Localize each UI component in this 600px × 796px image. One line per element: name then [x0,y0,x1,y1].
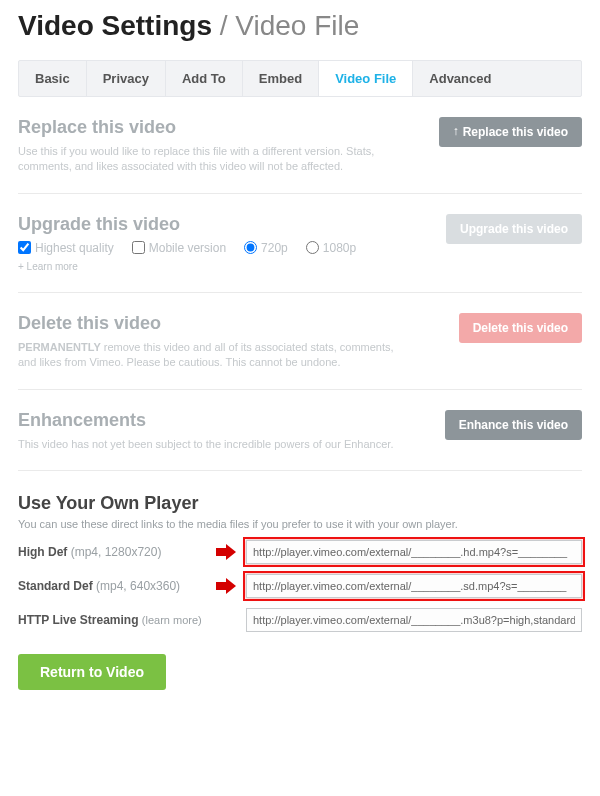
own-player-desc: You can use these direct links to the me… [18,518,582,530]
section-upgrade: Upgrade this video Highest quality Mobil… [18,194,582,293]
tab-basic[interactable]: Basic [19,61,87,96]
delete-desc: PERMANENTLY remove this video and all of… [18,340,398,371]
section-own-player: Use Your Own Player You can use these di… [18,471,582,632]
label-standard-def: Standard Def (mp4, 640x360) [18,579,208,593]
delete-heading: Delete this video [18,313,443,334]
tab-advanced[interactable]: Advanced [413,61,507,96]
upgrade-options: Highest quality Mobile version 720p 1080… [18,241,430,255]
input-hls-url[interactable] [246,608,582,632]
section-enhance: Enhancements This video has not yet been… [18,390,582,471]
section-delete: Delete this video PERMANENTLY remove thi… [18,293,582,390]
delete-perm: PERMANENTLY [18,341,101,353]
hls-learn-more[interactable]: (learn more) [142,614,202,626]
opt-1080p[interactable]: 1080p [306,241,356,255]
radio-720p[interactable] [244,241,257,254]
page-title-sub: Video File [235,10,359,41]
opt-highest[interactable]: Highest quality [18,241,114,255]
arrow-icon [216,544,238,560]
checkbox-highest[interactable] [18,241,31,254]
page-title-separator: / [220,10,228,41]
tab-privacy[interactable]: Privacy [87,61,166,96]
upgrade-button[interactable]: Upgrade this video [446,214,582,244]
own-player-heading: Use Your Own Player [18,493,582,514]
tab-addto[interactable]: Add To [166,61,243,96]
opt-720p[interactable]: 720p [244,241,288,255]
replace-button-label: Replace this video [463,125,568,139]
enhance-desc: This video has not yet been subject to t… [18,437,398,452]
replace-button[interactable]: ↑Replace this video [439,117,582,147]
label-hls: HTTP Live Streaming (learn more) [18,613,208,627]
input-high-def-url[interactable] [246,540,582,564]
tab-video-file[interactable]: Video File [319,61,413,96]
radio-1080p[interactable] [306,241,319,254]
row-hls: HTTP Live Streaming (learn more) [18,608,582,632]
tab-embed[interactable]: Embed [243,61,319,96]
enhance-heading: Enhancements [18,410,429,431]
input-standard-def-url[interactable] [246,574,582,598]
row-standard-def: Standard Def (mp4, 640x360) [18,574,582,598]
replace-desc: Use this if you would like to replace th… [18,144,398,175]
page-title: Video Settings / Video File [18,10,582,42]
checkbox-mobile[interactable] [132,241,145,254]
replace-heading: Replace this video [18,117,423,138]
return-button[interactable]: Return to Video [18,654,166,690]
opt-mobile[interactable]: Mobile version [132,241,226,255]
upgrade-heading: Upgrade this video [18,214,430,235]
arrow-icon [216,578,238,594]
row-high-def: High Def (mp4, 1280x720) [18,540,582,564]
label-high-def: High Def (mp4, 1280x720) [18,545,208,559]
section-replace: Replace this video Use this if you would… [18,97,582,194]
upload-icon: ↑ [453,124,459,138]
settings-tabs: Basic Privacy Add To Embed Video File Ad… [18,60,582,97]
enhance-button[interactable]: Enhance this video [445,410,582,440]
page-title-main: Video Settings [18,10,212,41]
delete-button[interactable]: Delete this video [459,313,582,343]
upgrade-learn-more[interactable]: + Learn more [18,261,78,272]
